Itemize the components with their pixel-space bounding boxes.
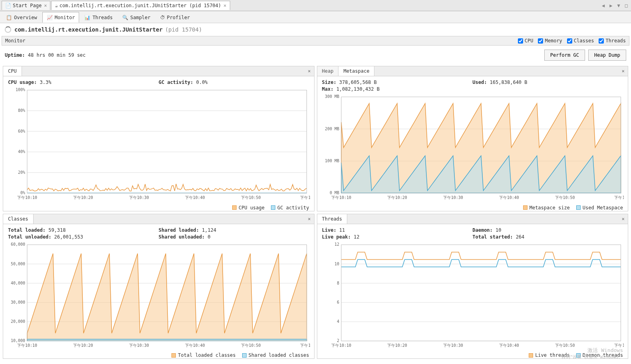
close-icon[interactable]: × (305, 214, 314, 224)
svg-text:下午11: 下午11 (300, 195, 310, 200)
close-icon[interactable]: × (44, 3, 47, 8)
svg-text:下午10:50: 下午10:50 (241, 343, 261, 348)
top-tab-bar: 📄 Start Page × ☕ com.intellij.rt.executi… (0, 0, 631, 11)
svg-text:0 MB: 0 MB (329, 191, 339, 195)
legend-metaspace-size: Metaspace size (523, 205, 570, 211)
threads-tab[interactable]: Threads (317, 214, 348, 224)
svg-text:100%: 100% (16, 88, 25, 92)
svg-text:下午10:50: 下午10:50 (555, 343, 575, 348)
legend-shared-loaded: Shared loaded classes (242, 352, 309, 358)
nav-left-icon[interactable]: ◀ (600, 2, 606, 9)
tab-sampler[interactable]: 🔍Sampler (118, 12, 155, 23)
metaspace-tab[interactable]: Metaspace (338, 66, 374, 76)
svg-text:下午10:10: 下午10:10 (331, 195, 351, 200)
classes-tab[interactable]: Classes (3, 214, 34, 224)
threads-icon: 📊 (84, 15, 90, 20)
legend-cpu-usage: CPU usage (232, 205, 265, 211)
threads-panel: Threads × Live: 11 Daemon: 10 Live peak:… (317, 214, 629, 359)
svg-text:6: 6 (336, 300, 339, 304)
svg-rect-71 (341, 245, 621, 341)
svg-text:50,000: 50,000 (11, 261, 25, 266)
close-icon[interactable]: × (305, 66, 314, 76)
svg-text:30,000: 30,000 (11, 300, 25, 304)
svg-text:4: 4 (336, 319, 339, 324)
svg-text:下午10:20: 下午10:20 (387, 343, 407, 348)
title-bar: com.intellij.rt.execution.junit.JUnitSta… (0, 23, 631, 36)
svg-text:下午10:40: 下午10:40 (185, 195, 205, 200)
threads-chart: 24681012下午10:10下午10:20下午10:30下午10:40下午10… (317, 241, 628, 351)
maximize-icon[interactable]: □ (623, 2, 629, 9)
close-icon[interactable]: × (619, 214, 628, 224)
heap-tab[interactable]: Heap (317, 66, 339, 76)
svg-text:下午10:40: 下午10:40 (499, 343, 519, 348)
legend-used-metaspace: Used Metaspace (576, 205, 623, 211)
checkbox-cpu[interactable]: CPU (518, 38, 533, 44)
legend-total-loaded: Total loaded classes (171, 352, 236, 358)
legend-gc-activity: GC activity (271, 205, 309, 211)
nav-right-icon[interactable]: ▶ (608, 2, 614, 9)
profiler-icon: ⏱ (160, 15, 165, 20)
heap-chart: 0 MB100 MB200 MB300 MB下午10:10下午10:20下午10… (317, 93, 628, 203)
monitor-header: Monitor CPU Memory Classes Threads (2, 36, 629, 46)
spinner-icon (5, 26, 11, 33)
svg-text:下午10:10: 下午10:10 (17, 343, 37, 348)
tab-label: Start Page (13, 3, 42, 8)
overview-icon: 📋 (6, 15, 12, 20)
svg-text:下午10:30: 下午10:30 (129, 195, 149, 200)
heap-panel: Heap Metaspace × Size: 378,605,568 B Use… (317, 66, 629, 211)
dropdown-icon[interactable]: ▼ (616, 2, 622, 9)
checkbox-threads[interactable]: Threads (599, 38, 626, 44)
cpu-panel: CPU × CPU usage: 3.3% GC activity: 0.0% … (3, 66, 315, 211)
close-icon[interactable]: × (619, 66, 628, 76)
svg-text:300 MB: 300 MB (324, 94, 339, 99)
svg-text:60%: 60% (18, 129, 25, 133)
heap-dump-button[interactable]: Heap Dump (588, 50, 626, 61)
app-pid: (pid 15704) (165, 26, 202, 33)
svg-text:下午10:50: 下午10:50 (555, 195, 575, 200)
svg-text:下午11: 下午11 (300, 343, 310, 348)
svg-text:10,000: 10,000 (11, 338, 25, 343)
svg-text:下午11: 下午11 (614, 195, 624, 200)
svg-text:40%: 40% (18, 149, 25, 154)
home-icon: 📄 (5, 3, 11, 8)
cpu-chart: 0%20%40%60%80%100%下午10:10下午10:20下午10:30下… (3, 86, 314, 203)
svg-text:下午10:20: 下午10:20 (73, 343, 93, 348)
close-icon[interactable]: × (223, 3, 226, 8)
legend-daemon-threads: Daemon threads (576, 352, 623, 358)
panels-grid: CPU × CPU usage: 3.3% GC activity: 0.0% … (0, 65, 631, 362)
svg-text:下午10:10: 下午10:10 (17, 195, 37, 200)
svg-text:下午10:50: 下午10:50 (241, 195, 261, 200)
sampler-icon: 🔍 (122, 15, 128, 20)
uptime: Uptime: 48 hrs 00 min 59 sec (5, 52, 541, 58)
tab-start-page[interactable]: 📄 Start Page × (2, 1, 50, 10)
java-icon: ☕ (55, 3, 58, 8)
tab-threads[interactable]: 📊Threads (80, 12, 117, 23)
tab-overview[interactable]: 📋Overview (2, 12, 42, 23)
monitor-icon: 📈 (47, 15, 53, 20)
svg-text:下午10:10: 下午10:10 (331, 343, 351, 348)
checkbox-classes[interactable]: Classes (567, 38, 594, 44)
cpu-tab[interactable]: CPU (3, 66, 22, 76)
svg-text:下午10:30: 下午10:30 (129, 343, 149, 348)
tab-profiler[interactable]: ⏱Profiler (156, 12, 195, 23)
svg-text:200 MB: 200 MB (324, 127, 339, 131)
svg-text:2: 2 (336, 338, 339, 343)
svg-text:下午10:20: 下午10:20 (387, 195, 407, 200)
svg-text:60,000: 60,000 (11, 242, 25, 247)
tab-label: com.intellij.rt.execution.junit.JUnitSta… (60, 3, 221, 8)
sub-tab-bar: 📋Overview 📈Monitor 📊Threads 🔍Sampler ⏱Pr… (0, 11, 631, 23)
svg-rect-18 (27, 90, 307, 193)
svg-text:下午10:40: 下午10:40 (185, 343, 205, 348)
svg-text:100 MB: 100 MB (324, 159, 339, 163)
checkbox-memory[interactable]: Memory (538, 38, 562, 44)
tab-app[interactable]: ☕ com.intellij.rt.execution.junit.JUnitS… (51, 1, 230, 10)
svg-text:10: 10 (334, 261, 339, 266)
tab-monitor[interactable]: 📈Monitor (42, 12, 80, 23)
svg-text:0%: 0% (20, 191, 25, 195)
perform-gc-button[interactable]: Perform GC (544, 50, 585, 61)
svg-text:下午11: 下午11 (614, 343, 624, 348)
classes-panel: Classes × Total loaded: 59,318 Shared lo… (3, 214, 315, 359)
classes-chart: 10,00020,00030,00040,00050,00060,000下午10… (3, 241, 314, 351)
svg-text:12: 12 (334, 242, 339, 247)
svg-text:8: 8 (336, 280, 339, 285)
